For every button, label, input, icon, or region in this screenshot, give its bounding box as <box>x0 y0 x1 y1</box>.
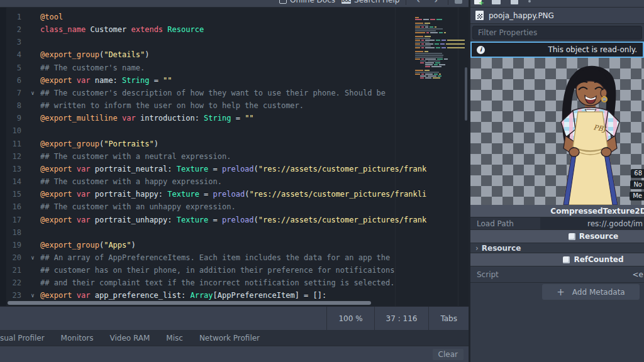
fold-gutter <box>25 188 40 200</box>
code-line[interactable]: 17@export var portrait_unhappy: Texture … <box>0 214 469 226</box>
online-docs-button[interactable]: Online Docs <box>279 0 335 4</box>
tab-sual-profiler[interactable]: sual Profiler <box>0 334 53 343</box>
toolbar-separator <box>406 0 406 5</box>
new-resource-icon[interactable]: + <box>474 0 482 4</box>
minimap[interactable] <box>415 17 469 82</box>
preview-info: 68NoMe <box>630 169 644 200</box>
search-help-label: Search Help <box>354 0 399 4</box>
chevron-right-icon: › <box>475 244 479 253</box>
fold-gutter <box>25 112 40 124</box>
fold-gutter <box>25 138 40 150</box>
script-editor[interactable]: 1@tool2class_name Customer extends Resou… <box>0 8 469 306</box>
extra-options-icon[interactable] <box>528 0 531 3</box>
resource-name-row: pooja_happy.PNG <box>470 8 644 24</box>
code-line[interactable]: 6@export var name: String = "" <box>0 74 469 87</box>
indent-mode[interactable]: Tabs <box>428 307 469 331</box>
plus-icon: + <box>557 287 565 298</box>
add-metadata-label: Add Metadata <box>572 288 625 297</box>
refcounted-cube-icon <box>563 256 570 263</box>
code-line[interactable]: 14## The customer with a happy expressio… <box>0 175 469 188</box>
readonly-banner: i This object is read-only. <box>470 41 644 58</box>
fold-arrow-icon[interactable]: ∨ <box>25 251 40 264</box>
editor-vscrollbar[interactable] <box>465 67 467 121</box>
info-icon: i <box>477 46 485 54</box>
code-line[interactable]: 21## customer has on their phone, in add… <box>0 264 469 277</box>
fold-gutter <box>25 175 40 188</box>
resource-cube-icon <box>569 233 575 240</box>
fold-arrow-icon[interactable]: ∨ <box>25 289 40 302</box>
tab-network-profiler[interactable]: Network Profiler <box>191 334 268 343</box>
code-line[interactable]: 18 <box>0 226 469 239</box>
code-line[interactable]: 11@export_group("Portraits") <box>0 138 469 150</box>
fold-gutter <box>25 23 40 36</box>
fold-gutter <box>25 264 40 277</box>
fold-gutter <box>25 239 40 251</box>
search-help-button[interactable]: DOC Search Help <box>341 0 399 4</box>
code-line[interactable]: 15@export var portrait_happy: Texture = … <box>0 188 469 200</box>
script-value[interactable]: <e <box>499 270 644 279</box>
add-metadata-button[interactable]: + Add Metadata <box>542 284 640 300</box>
preview-info-chip: Me <box>630 192 644 200</box>
fold-gutter <box>25 200 40 213</box>
filter-properties-input[interactable] <box>472 26 642 40</box>
code-line[interactable]: 19@export_group("Apps") <box>0 239 469 251</box>
book-icon <box>279 0 287 4</box>
code-lines[interactable]: 1@tool2class_name Customer extends Resou… <box>0 11 469 302</box>
texture-preview-character: PBJ <box>538 60 636 205</box>
save-resource-icon[interactable] <box>511 0 518 4</box>
debugger-panel: Clear <box>0 346 469 362</box>
online-docs-label: Online Docs <box>290 0 335 4</box>
code-line[interactable]: 13@export var portrait_neutral: Texture … <box>0 163 469 175</box>
fold-gutter <box>25 214 40 226</box>
load-resource-icon[interactable] <box>492 0 501 4</box>
code-line[interactable]: 7∨## The customer's description of how t… <box>0 87 469 99</box>
fold-gutter <box>25 36 40 48</box>
code-line[interactable]: 22## and their complaint text if the inc… <box>0 277 469 289</box>
code-line[interactable]: 10 <box>0 124 469 137</box>
inspector-toolbar: + <box>470 0 644 8</box>
fold-arrow-icon[interactable]: ∨ <box>25 87 40 99</box>
code-line[interactable]: 20∨## An array of AppPreferenceItems. Ea… <box>0 251 469 264</box>
filter-properties-row <box>470 25 644 41</box>
code-line[interactable]: 16## The customer with an unhappy expres… <box>0 200 469 213</box>
code-line[interactable]: 3 <box>0 36 469 48</box>
code-line[interactable]: 1@tool <box>0 11 469 23</box>
inspector-dock: + pooja_happy.PNG i This object is read-… <box>470 0 644 362</box>
doc-icon: DOC <box>341 0 351 4</box>
fold-gutter <box>25 11 40 23</box>
tab-monitors[interactable]: Monitors <box>53 334 102 343</box>
code-line[interactable]: 4@export_group("Details") <box>0 48 469 61</box>
category-refcounted-label: RefCounted <box>574 255 623 264</box>
code-line[interactable]: 2class_name Customer extends Resource <box>0 23 469 36</box>
category-resource[interactable]: Resource <box>470 230 644 243</box>
fold-gutter <box>25 48 40 61</box>
fold-gutter <box>25 163 40 175</box>
code-line[interactable]: 9@export_multiline var introduction: Str… <box>0 112 469 124</box>
texture-class-header[interactable]: CompressedTexture2D <box>470 205 644 217</box>
code-line[interactable]: 5## The customer's name. <box>0 62 469 74</box>
texture-preview: PBJ 68NoMe <box>470 58 644 205</box>
fold-gutter <box>25 226 40 239</box>
zoom-indicator[interactable]: 100 % <box>326 307 374 331</box>
category-refcounted[interactable]: RefCounted <box>470 253 644 266</box>
preview-info-chip: No <box>630 180 644 189</box>
readonly-notice: This object is read-only. <box>485 45 643 54</box>
section-resource[interactable]: › Resource <box>470 243 644 253</box>
tab-misc[interactable]: Misc <box>158 334 191 343</box>
load-path-value[interactable]: res://.godot/im <box>540 217 644 229</box>
panel-toggle-icon[interactable] <box>455 0 462 4</box>
history-forward-button[interactable]: › <box>430 0 441 5</box>
tab-video-ram[interactable]: Video RAM <box>101 334 158 343</box>
texture-file-icon <box>475 11 484 20</box>
code-line[interactable]: 12## The customer with a neutral express… <box>0 150 469 163</box>
plus-icon: + <box>479 1 484 6</box>
editor-hscrollbar[interactable] <box>8 301 371 305</box>
code-line[interactable]: 23∨@export var app_preference_list: Arra… <box>0 289 469 302</box>
fold-gutter <box>25 62 40 74</box>
fold-gutter <box>25 124 40 137</box>
clear-button[interactable]: Clear <box>433 349 464 360</box>
code-line[interactable]: 8## written to inform the user on how to… <box>0 99 469 112</box>
history-back-button[interactable]: ‹ <box>413 0 424 5</box>
script-label: Script <box>470 270 499 279</box>
load-path-label: Load Path <box>470 219 514 228</box>
